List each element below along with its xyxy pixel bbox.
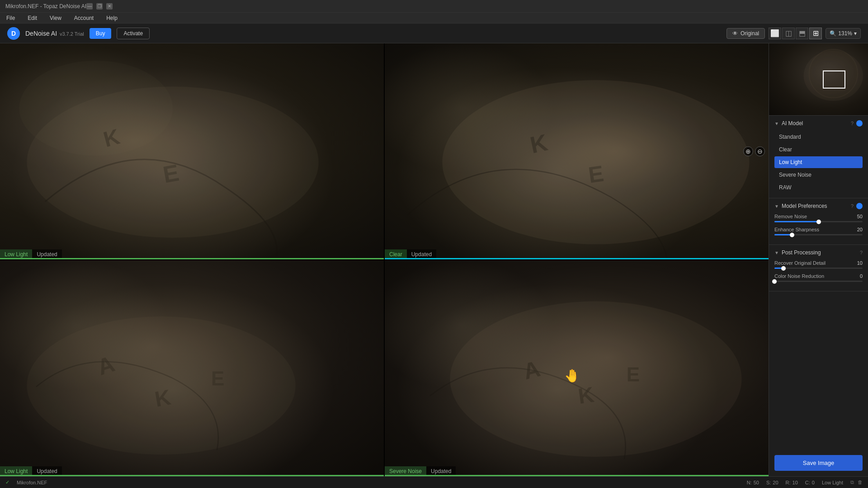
color-noise-label: Color Noise Reduction (774, 273, 824, 279)
menu-help[interactable]: Help (104, 14, 120, 22)
svg-point-11 (450, 301, 741, 457)
canvas-area[interactable]: K E Low Light Updated K E (0, 43, 769, 476)
view-quad-button[interactable]: ⊞ (809, 28, 822, 39)
status-copy-icon[interactable]: ⧉ (850, 479, 854, 485)
remove-noise-value: 50 (857, 214, 863, 219)
image-bottom-left: A K E (0, 260, 384, 476)
right-panel: ▼ AI Model ? Standard Clear Low Light Se… (769, 43, 868, 476)
quad-cell-top-right[interactable]: K E ⊕ ⊖ Clear Updated (385, 43, 769, 259)
recover-detail-label: Recover Original Detail (774, 260, 826, 266)
status-c: C: 0 (805, 480, 815, 485)
model-prefs-help-icon[interactable]: ? (851, 203, 854, 209)
view-split-h-button[interactable]: ⬒ (796, 28, 808, 39)
model-preferences-header: ▼ Model Preferences ? (774, 203, 863, 209)
post-proc-collapse-icon[interactable]: ▼ (774, 250, 779, 255)
label-bar-bottom-right (385, 475, 769, 476)
post-processing-section: ▼ Post Processing ? Recover Original Det… (769, 245, 868, 291)
mini-preview[interactable] (769, 43, 868, 116)
post-proc-help-icon[interactable]: ? (860, 250, 863, 255)
status-model: Low Light (822, 480, 843, 485)
remove-noise-fill (774, 221, 819, 222)
close-button[interactable]: ✕ (106, 3, 113, 9)
view-mode-buttons: ⬜ ◫ ⬒ ⊞ (769, 28, 822, 39)
eye-icon: 👁 (732, 30, 738, 37)
model-severe-noise[interactable]: Severe Noise (774, 169, 863, 181)
menu-account[interactable]: Account (71, 14, 96, 22)
zoom-minus-button[interactable]: ⊖ (755, 146, 765, 156)
enhance-sharpness-slider-row: Enhance Sharpness 20 (774, 227, 863, 235)
remove-noise-label: Remove Noise (774, 214, 807, 219)
color-noise-value: 0 (860, 273, 863, 279)
statusbar: ✓ Mikrofon.NEF N: 50 S: 20 R: 10 C: 0 Lo… (0, 476, 868, 488)
quad-cell-bottom-left[interactable]: A K E Low Light Updated (0, 260, 384, 476)
quad-cell-top-left[interactable]: K E Low Light Updated (0, 43, 384, 259)
recover-detail-track[interactable] (774, 267, 863, 269)
restore-button[interactable]: ❐ (96, 3, 103, 9)
model-raw[interactable]: RAW (774, 182, 863, 193)
svg-text:E: E (627, 363, 640, 385)
brand-icon: D (7, 27, 20, 40)
original-button[interactable]: 👁 Original (726, 28, 765, 39)
color-noise-thumb[interactable] (772, 279, 777, 284)
model-prefs-toggle[interactable] (856, 203, 863, 209)
svg-point-7 (27, 316, 295, 455)
post-processing-header: ▼ Post Processing ? (774, 249, 863, 256)
model-prefs-collapse-icon[interactable]: ▼ (774, 204, 779, 209)
zoom-icon: 🔍 (830, 30, 836, 37)
minimize-button[interactable]: — (86, 3, 93, 9)
save-image-button[interactable]: Save Image (774, 455, 863, 471)
zoom-control[interactable]: 🔍 131% ▾ (826, 28, 861, 39)
menubar: File Edit View Account Help (0, 13, 868, 23)
recover-detail-value: 10 (857, 260, 863, 266)
model-low-light[interactable]: Low Light (774, 156, 863, 168)
ai-model-toggle[interactable] (856, 120, 863, 127)
status-check-icon: ✓ (5, 479, 9, 485)
image-top-right: K E (385, 43, 769, 259)
status-s: S: 20 (766, 480, 778, 485)
label-bar-top-right (385, 258, 769, 259)
ai-model-help-icon[interactable]: ? (851, 121, 854, 126)
enhance-sharpness-value: 20 (857, 227, 863, 232)
buy-button[interactable]: Buy (90, 28, 112, 39)
remove-noise-thumb[interactable] (816, 220, 821, 224)
toolbar: D DeNoise AI v3.7.2 Trial Buy Activate 👁… (0, 23, 868, 43)
model-prefs-title: Model Preferences (782, 203, 848, 209)
model-list: Standard Clear Low Light Severe Noise RA… (774, 131, 863, 193)
titlebar: Mikrofon.NEF - Topaz DeNoise AI — ❐ ✕ (0, 0, 868, 13)
model-standard[interactable]: Standard (774, 131, 863, 143)
menu-view[interactable]: View (47, 14, 64, 22)
activate-button[interactable]: Activate (117, 28, 150, 39)
recover-detail-thumb[interactable] (781, 266, 786, 271)
mini-preview-viewport-box[interactable] (823, 70, 845, 89)
status-action-icons: ⧉ 🗑 (850, 479, 863, 485)
remove-noise-track[interactable] (774, 221, 863, 222)
color-noise-track[interactable] (774, 281, 863, 282)
menu-file[interactable]: File (4, 14, 18, 22)
enhance-sharpness-label: Enhance Sharpness (774, 227, 819, 232)
zoom-plus-button[interactable]: ⊕ (743, 146, 753, 156)
menu-edit[interactable]: Edit (25, 14, 40, 22)
ai-model-section: ▼ AI Model ? Standard Clear Low Light Se… (769, 116, 868, 198)
model-preferences-section: ▼ Model Preferences ? Remove Noise 50 (769, 198, 868, 245)
quad-cell-bottom-right[interactable]: A K E 🤚 Severe Noise Updated (385, 260, 769, 476)
post-proc-title: Post Processing (782, 249, 857, 256)
label-bar-top-left (0, 258, 384, 259)
image-bottom-right: A K E 🤚 (385, 260, 769, 476)
model-clear[interactable]: Clear (774, 144, 863, 155)
ai-model-collapse-icon[interactable]: ▼ (774, 121, 779, 126)
remove-noise-slider-row: Remove Noise 50 (774, 214, 863, 222)
enhance-sharpness-thumb[interactable] (790, 233, 794, 237)
view-single-button[interactable]: ⬜ (769, 28, 781, 39)
titlebar-title: Mikrofon.NEF - Topaz DeNoise AI (5, 3, 86, 9)
status-filename: Mikrofon.NEF (17, 480, 47, 485)
enhance-sharpness-track[interactable] (774, 234, 863, 235)
zoom-chevron-icon: ▾ (854, 30, 857, 37)
main-area: K E Low Light Updated K E (0, 43, 868, 476)
view-split-v-button[interactable]: ◫ (782, 28, 795, 39)
zoom-overlay: ⊕ ⊖ (743, 146, 765, 156)
ai-model-header: ▼ AI Model ? (774, 120, 863, 127)
view-controls: 👁 Original ⬜ ◫ ⬒ ⊞ 🔍 131% ▾ (726, 28, 861, 39)
svg-text:E: E (211, 367, 224, 389)
status-delete-icon[interactable]: 🗑 (858, 479, 863, 485)
recover-detail-slider-row: Recover Original Detail 10 (774, 260, 863, 269)
